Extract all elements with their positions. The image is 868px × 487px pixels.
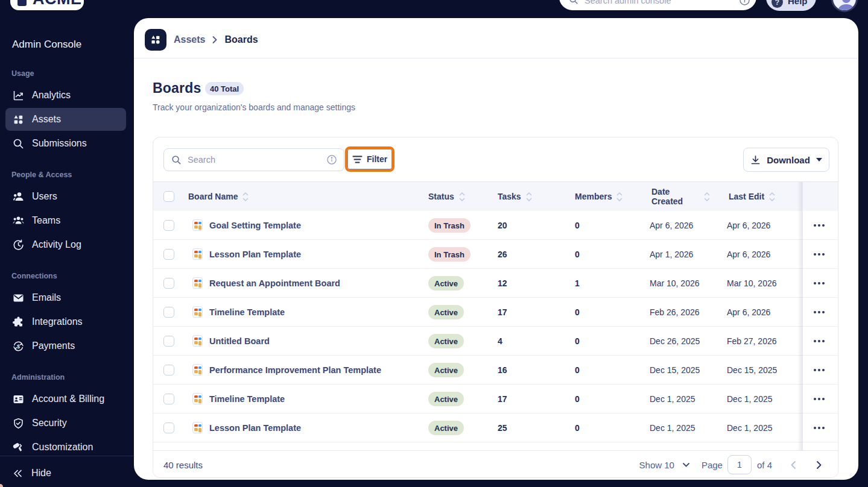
svg-text:$: $ xyxy=(17,343,20,349)
